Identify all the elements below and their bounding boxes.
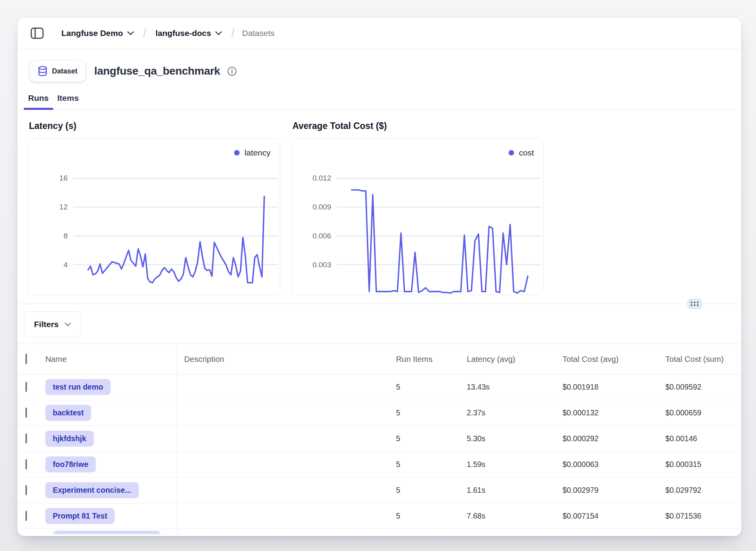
breadcrumb-separator: / [141,26,149,40]
total-cost-avg-cell: $0.001918 [563,383,665,392]
latency-chart-block: Latency (s) latency 161284 [28,121,280,295]
run-name-badge[interactable]: foo78riwe [45,456,96,472]
latency-chart-legend: latency [234,148,271,157]
column-header-name: Name [43,354,177,364]
chart-canvas [29,139,280,295]
chart-canvas [292,139,543,295]
database-icon [38,66,47,76]
breadcrumb: Langfuse Demo / langfuse-docs / Datasets [60,26,274,40]
latency-avg-cell: 7.68s [467,512,563,521]
table-header-row: Name Description Run Items Latency (avg)… [18,344,741,374]
charts-section: Latency (s) latency 161284 Average Total… [18,110,741,295]
latency-chart: latency 161284 [28,138,280,295]
info-icon[interactable] [227,66,237,76]
total-cost-sum-cell: $0.000315 [665,460,741,469]
row-checkbox[interactable] [25,433,27,444]
cost-chart-legend: cost [509,148,534,157]
total-cost-sum-cell: $0.000659 [665,408,741,417]
breadcrumb-current-page[interactable]: Datasets [242,29,274,38]
y-axis-tick-label: 8 [29,232,68,240]
table-body: test run demo513.43s$0.001918$0.009592ba… [18,374,741,529]
badge-label: Dataset [52,67,77,75]
run-items-cell: 5 [396,434,467,443]
run-items-cell: 5 [396,486,467,495]
legend-label: latency [244,148,271,157]
table-row: hjkfdshjk55.30s$0.000292$0.00146 [18,426,741,452]
run-items-cell: 5 [396,512,467,521]
table-row: backtest52.37s$0.000132$0.000659 [18,400,741,426]
sidebar-toggle-button[interactable] [29,25,45,41]
column-header-run-items: Run Items [396,354,467,364]
panel-divider [18,304,741,304]
table-row: Experiment concise...51.61s$0.002979$0.0… [18,478,741,503]
column-divider [177,529,177,534]
row-checkbox[interactable] [25,382,27,392]
description-cell [177,452,396,477]
y-axis-tick-label: 12 [29,203,68,211]
legend-dot-icon [509,150,514,156]
y-axis-tick-label: 0.009 [292,203,331,211]
tab-runs[interactable]: Runs [24,90,53,109]
total-cost-avg-cell: $0.000132 [563,408,665,417]
y-axis-tick-label: 4 [29,261,68,269]
latency-avg-cell: 2.37s [467,408,563,417]
run-items-cell: 5 [396,408,467,417]
run-items-cell: 5 [396,383,467,392]
legend-label: cost [519,148,534,157]
tab-items-label: Items [57,93,79,102]
cost-chart: cost 0.0120.0090.0060.003 [292,138,544,295]
table-row: foo78riwe51.59s$0.000063$0.000315 [18,452,741,478]
top-bar: Langfuse Demo / langfuse-docs / Datasets [18,18,741,49]
run-name-badge[interactable]: hjkfdshjk [45,431,94,447]
select-all-checkbox[interactable] [25,354,27,364]
total-cost-avg-cell: $0.007154 [563,512,665,521]
breadcrumb-project-button[interactable]: Langfuse Demo [60,26,136,40]
latency-avg-cell: 1.61s [467,486,563,495]
chevron-down-icon [127,31,134,36]
column-header-latency-avg: Latency (avg) [467,354,563,364]
run-items-cell: 5 [396,460,467,469]
run-name-badge-partial[interactable] [53,531,160,534]
latency-chart-title: Latency (s) [29,121,280,131]
run-name-badge[interactable]: Experiment concise... [45,482,139,498]
chevron-down-icon [64,322,71,327]
chevron-down-icon [215,31,222,36]
project-name: Langfuse Demo [61,29,123,38]
description-cell [177,374,396,400]
page-title: langfuse_qa_benchmark [94,65,220,77]
table-row: Prompt 81 Test57.68s$0.007154$0.071536 [18,503,741,529]
description-cell [177,426,396,451]
tab-items[interactable]: Items [53,90,83,109]
column-header-description: Description [177,344,396,374]
row-checkbox[interactable] [25,459,27,469]
run-name-badge[interactable]: backtest [45,405,91,421]
total-cost-sum-cell: $0.071536 [665,512,741,521]
legend-dot-icon [234,150,240,156]
tab-runs-label: Runs [28,93,49,102]
description-cell [177,503,396,529]
column-header-total-cost-avg: Total Cost (avg) [563,354,665,364]
total-cost-avg-cell: $0.002979 [563,486,665,495]
row-checkbox[interactable] [25,485,27,495]
column-header-total-cost-sum: Total Cost (sum) [665,354,741,364]
total-cost-avg-cell: $0.000292 [563,434,665,443]
y-axis-tick-label: 0.012 [292,174,331,182]
latency-avg-cell: 5.30s [467,434,563,443]
resize-handle[interactable] [687,299,702,309]
total-cost-avg-cell: $0.000063 [563,460,665,469]
y-axis-tick-label: 16 [29,174,68,182]
cost-chart-block: Average Total Cost ($) cost 0.0120.0090.… [292,121,544,295]
row-checkbox[interactable] [25,511,27,521]
description-cell [177,478,396,503]
breadcrumb-separator: / [229,26,236,40]
row-checkbox[interactable] [25,408,27,418]
table-row-partial [18,529,741,534]
environment-name: langfuse-docs [156,29,211,38]
run-name-badge[interactable]: test run demo [45,379,111,395]
filters-button[interactable]: Filters [24,311,81,337]
total-cost-sum-cell: $0.00146 [665,434,741,443]
panel-left-icon [30,27,44,39]
table-row: test run demo513.43s$0.001918$0.009592 [18,374,741,400]
run-name-badge[interactable]: Prompt 81 Test [45,508,115,524]
breadcrumb-environment-button[interactable]: langfuse-docs [154,26,224,40]
